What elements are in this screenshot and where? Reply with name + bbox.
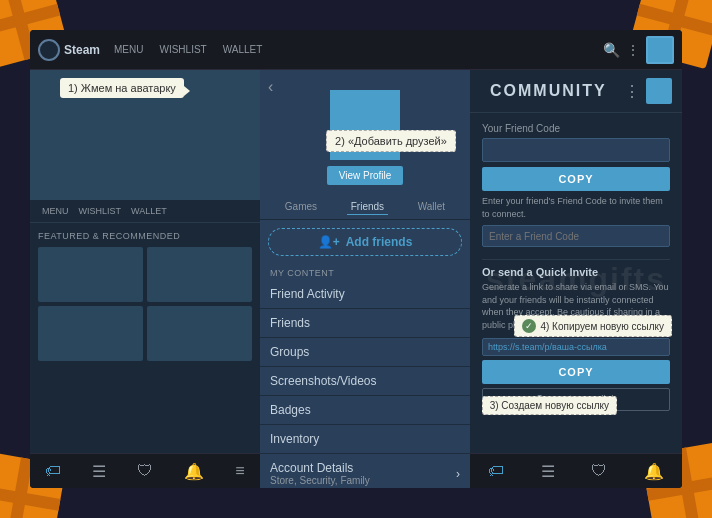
community-avatar[interactable] [646, 78, 672, 104]
menu-item-badges[interactable]: Badges [260, 396, 470, 425]
friend-code-section: Your Friend Code COPY Enter your friend'… [470, 113, 682, 253]
menu-item-friends[interactable]: Friends [260, 309, 470, 338]
nav-shield-icon[interactable]: 🛡 [137, 462, 153, 480]
tooltip-step-2: 2) «Добавить друзей» [326, 130, 456, 152]
quick-invite-title: Or send a Quick Invite [482, 266, 670, 278]
options-icon[interactable]: ⋮ [626, 42, 640, 58]
community-panel: steamgifts COMMUNITY ⋮ Your Friend Code … [470, 70, 682, 488]
right-nav-tag-icon[interactable]: 🏷 [488, 462, 504, 480]
tooltip-arrow-1 [184, 86, 190, 96]
main-window: Steam MENU WISHLIST WALLET 🔍 ⋮ 1) Жмем н… [30, 30, 682, 488]
left-nav: MENU WISHLIST WALLET [30, 200, 260, 223]
menu-item-screenshots[interactable]: Screenshots/Videos [260, 367, 470, 396]
community-menu-icon[interactable]: ⋮ [624, 82, 640, 101]
tooltip-step-4: ✓ 4) Копируем новую ссылку [514, 315, 672, 337]
bottom-nav-left: 🏷 ☰ 🛡 🔔 ≡ [30, 453, 260, 488]
content-area: 1) Жмем на аватарку MENU WISHLIST WALLET… [30, 70, 682, 488]
nav-tag-icon[interactable]: 🏷 [45, 462, 61, 480]
nav-list-icon[interactable]: ☰ [92, 462, 106, 481]
right-nav-shield-icon[interactable]: 🛡 [591, 462, 607, 480]
community-title: COMMUNITY [490, 82, 607, 100]
featured-item-3[interactable] [38, 306, 143, 361]
top-nav-buttons: MENU WISHLIST WALLET [108, 42, 268, 57]
account-details-sub: Store, Security, Family [270, 475, 370, 486]
top-bar: Steam MENU WISHLIST WALLET 🔍 ⋮ [30, 30, 682, 70]
copy-code-button[interactable]: COPY [482, 167, 670, 191]
featured-section: FEATURED & RECOMMENDED [30, 223, 260, 369]
menu-item-groups[interactable]: Groups [260, 338, 470, 367]
add-friends-label: Add friends [346, 235, 413, 249]
friend-tabs: Games Friends Wallet [260, 195, 470, 220]
link-row: https://s.team/p/ваша-ссылка [482, 338, 670, 356]
left-nav-menu[interactable]: MENU [38, 204, 73, 218]
bottom-nav-right: 🏷 ☰ 🛡 🔔 [470, 453, 682, 488]
friend-code-input[interactable] [482, 138, 670, 162]
tooltip-step-3: 3) Создаем новую ссылку [482, 396, 617, 415]
wishlist-button[interactable]: WISHLIST [153, 42, 212, 57]
featured-label: FEATURED & RECOMMENDED [38, 231, 252, 241]
featured-item-1[interactable] [38, 247, 143, 302]
left-nav-wallet[interactable]: WALLET [127, 204, 171, 218]
invite-description: Enter your friend's Friend Code to invit… [482, 195, 670, 220]
your-friend-code-label: Your Friend Code [482, 123, 670, 134]
wallet-button[interactable]: WALLET [217, 42, 269, 57]
steam-logo: Steam [38, 39, 100, 61]
featured-grid [38, 247, 252, 361]
menu-button[interactable]: MENU [108, 42, 149, 57]
divider [482, 259, 670, 260]
nav-menu-icon[interactable]: ≡ [235, 462, 244, 480]
view-profile-button[interactable]: View Profile [327, 166, 404, 185]
menu-item-friend-activity[interactable]: Friend Activity [260, 280, 470, 309]
user-avatar[interactable] [646, 36, 674, 64]
nav-bell-icon[interactable]: 🔔 [184, 462, 204, 481]
steam-icon [38, 39, 60, 61]
add-friends-button[interactable]: 👤+ Add friends [268, 228, 462, 256]
left-panel: 1) Жмем на аватарку MENU WISHLIST WALLET… [30, 70, 260, 488]
steam-label: Steam [64, 43, 100, 57]
search-icon[interactable]: 🔍 [603, 42, 620, 58]
tab-wallet[interactable]: Wallet [414, 199, 449, 215]
menu-item-inventory[interactable]: Inventory [260, 425, 470, 454]
left-nav-wishlist[interactable]: WISHLIST [75, 204, 126, 218]
back-button[interactable]: ‹ [268, 78, 273, 96]
right-nav-bell-icon[interactable]: 🔔 [644, 462, 664, 481]
menu-item-account[interactable]: Account Details Store, Security, Family … [260, 454, 470, 488]
right-nav-list-icon[interactable]: ☰ [541, 462, 555, 481]
friend-popup-panel: ‹ View Profile 2) «Добавить друзей» Game… [260, 70, 470, 488]
copy-link-button[interactable]: COPY [482, 360, 670, 384]
account-details-label: Account Details [270, 461, 370, 475]
tab-friends[interactable]: Friends [347, 199, 388, 215]
community-header: COMMUNITY ⋮ [470, 70, 682, 113]
chevron-right-icon: › [456, 467, 460, 481]
tooltip-step-1: 1) Жмем на аватарку [60, 78, 184, 98]
featured-item-2[interactable] [147, 247, 252, 302]
top-bar-right: 🔍 ⋮ [603, 36, 674, 64]
featured-item-4[interactable] [147, 306, 252, 361]
tab-games[interactable]: Games [281, 199, 321, 215]
my-content-label: MY CONTENT [260, 264, 470, 280]
menu-list: Friend Activity Friends Groups Screensho… [260, 280, 470, 488]
enter-friend-code-input[interactable] [482, 225, 670, 247]
check-icon: ✓ [522, 319, 536, 333]
add-friends-icon: 👤+ [318, 235, 340, 249]
link-url: https://s.team/p/ваша-ссылка [482, 338, 670, 356]
